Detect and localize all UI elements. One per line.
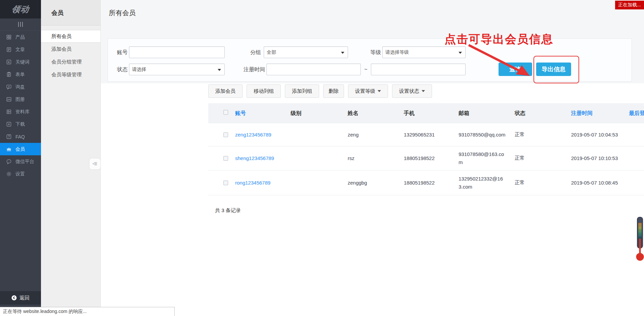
status-label: 状态	[113, 64, 128, 75]
article-icon	[6, 47, 12, 52]
cell-phone: 18805198522	[400, 180, 455, 186]
submenu-item-group-management[interactable]: 会员分组管理	[41, 55, 100, 68]
set-level-dropdown[interactable]: 设置等级	[348, 84, 388, 98]
chevron-down-icon	[459, 52, 462, 54]
page-title: 所有会员	[109, 8, 136, 17]
bulk-actions-row: 添加会员 移动到组 添加到组 删除 设置等级 设置状态	[208, 84, 432, 98]
sidebar-item-settings[interactable]: 设置	[0, 168, 41, 180]
group-select[interactable]: 全部	[264, 46, 348, 58]
chevron-down-icon	[378, 90, 381, 92]
sidebar-item-downloads[interactable]: 下载	[0, 118, 41, 130]
cell-registered: 2019-05-07 10:04:53	[568, 132, 626, 137]
submenu-item-add-member[interactable]: 添加会员	[41, 43, 100, 55]
regtime-tilde: ~	[362, 64, 369, 75]
cell-name: zeng	[344, 132, 400, 137]
row-checkbox[interactable]	[223, 132, 228, 137]
member-account-link[interactable]: rong123456789	[235, 180, 270, 186]
header-account[interactable]: 账号	[232, 110, 287, 117]
members-table: 账号 级别 姓名 手机 邮箱 状态 注册时间 最后登录时间 操作 zeng123…	[208, 103, 644, 195]
keyword-icon: K	[6, 59, 12, 65]
group-select-value: 全部	[267, 49, 276, 55]
header-level: 级别	[287, 110, 344, 117]
regtime-end-input[interactable]	[371, 64, 466, 75]
header-name: 姓名	[344, 110, 400, 117]
chevron-down-icon	[422, 90, 425, 92]
move-to-group-button[interactable]: 移动到组	[247, 84, 281, 98]
cell-status: 正常	[511, 131, 568, 138]
cell-phone: 18805198522	[400, 155, 455, 161]
header-phone: 手机	[400, 110, 455, 117]
add-to-group-button[interactable]: 添加到组	[285, 84, 319, 98]
cell-name: rsz	[344, 155, 400, 161]
table-row: rong123456789 zenggbg 18805198522 132950…	[208, 170, 644, 195]
svg-text:¥: ¥	[8, 85, 10, 88]
sidebar-item-faq[interactable]: ? FAQ	[0, 130, 41, 143]
account-input[interactable]	[129, 46, 225, 58]
app-window: 领动 产品 文章 K 关键词 表单 ¥ 询盘	[0, 0, 644, 316]
back-label: 返回	[19, 295, 30, 301]
sidebar-item-library[interactable]: 资料库	[0, 106, 41, 118]
sidebar-item-albums[interactable]: 图册	[0, 93, 41, 106]
cell-email: 132950212332@163.com	[459, 175, 506, 191]
brand-logo[interactable]: 领动	[0, 0, 41, 18]
loading-badge: 正在加载...	[615, 1, 644, 9]
sidebar-item-inquiries[interactable]: ¥ 询盘	[0, 81, 41, 93]
submenu-item-level-management[interactable]: 会员等级管理	[41, 68, 100, 81]
set-status-dropdown[interactable]: 设置状态	[392, 84, 432, 98]
header-registered[interactable]: 注册时间	[568, 110, 626, 117]
table-row: zeng123456789 zeng 13295065231 931078550…	[208, 123, 644, 146]
album-icon	[6, 96, 12, 102]
hamburger-icon	[18, 22, 19, 27]
thermometer-widget-icon[interactable]	[635, 216, 644, 262]
member-account-link[interactable]: zeng123456789	[235, 132, 271, 137]
select-all-checkbox[interactable]	[223, 110, 228, 115]
cell-registered: 2019-05-07 10:08:45	[568, 180, 626, 186]
cell-status: 正常	[511, 180, 568, 186]
brand-logo-text: 领动	[11, 4, 30, 15]
sidebar-item-forms[interactable]: 表单	[0, 68, 41, 81]
sidebar-item-members[interactable]: 会员	[0, 143, 41, 155]
status-select[interactable]: 请选择	[129, 64, 225, 75]
panel-collapse-button[interactable]	[89, 158, 101, 170]
submenu-title: 会员	[41, 0, 100, 26]
cell-phone: 13295065231	[400, 132, 455, 137]
level-label: 等级	[366, 46, 381, 58]
cell-email: 931078550@qq.com	[459, 131, 506, 139]
sidebar-collapse-handle[interactable]	[0, 18, 41, 31]
sidebar-item-articles[interactable]: 文章	[0, 43, 41, 56]
regtime-label: 注册时间	[241, 64, 265, 75]
header-email: 邮箱	[455, 110, 511, 117]
download-icon	[6, 121, 12, 127]
cell-name: zenggbg	[344, 180, 400, 186]
back-button[interactable]: 返回	[0, 291, 41, 305]
level-select-value: 请选择等级	[385, 49, 409, 55]
account-label: 账号	[113, 46, 128, 58]
chevron-down-icon	[341, 52, 344, 54]
cell-registered: 2019-05-07 10:10:53	[568, 155, 626, 161]
row-checkbox[interactable]	[223, 181, 228, 185]
row-checkbox[interactable]	[223, 156, 228, 161]
table-header-row: 账号 级别 姓名 手机 邮箱 状态 注册时间 最后登录时间 操作	[208, 103, 644, 123]
level-select[interactable]: 请选择等级	[382, 46, 466, 58]
header-last-login[interactable]: 最后登录时间	[626, 110, 644, 117]
sidebar-menu: 产品 文章 K 关键词 表单 ¥ 询盘 图册	[0, 31, 41, 180]
delete-button[interactable]: 删除	[323, 84, 344, 98]
annotation-arrow-icon	[465, 42, 536, 81]
member-icon	[6, 146, 12, 152]
record-count: 共 3 条记录	[215, 207, 241, 214]
regtime-start-input[interactable]	[266, 64, 361, 75]
status-select-value: 请选择	[132, 67, 146, 73]
header-status: 状态	[511, 110, 568, 117]
cell-email: 931078580@163.com	[459, 150, 506, 166]
sidebar-item-keywords[interactable]: K 关键词	[0, 56, 41, 68]
sidebar-item-wechat[interactable]: 微信平台	[0, 155, 41, 168]
sidebar-item-products[interactable]: 产品	[0, 31, 41, 43]
inquiry-icon: ¥	[6, 84, 12, 90]
grid-icon	[6, 34, 12, 40]
svg-text:K: K	[8, 61, 10, 64]
add-member-button[interactable]: 添加会员	[208, 84, 243, 98]
main-content: 所有会员 账号 分组 全部 等级 请选择等级 状态 请选择 注册时间 ~	[101, 0, 644, 316]
submenu-item-all-members[interactable]: 所有会员	[41, 30, 100, 43]
member-account-link[interactable]: sheng123456789	[235, 155, 274, 161]
faq-icon: ?	[6, 134, 12, 140]
